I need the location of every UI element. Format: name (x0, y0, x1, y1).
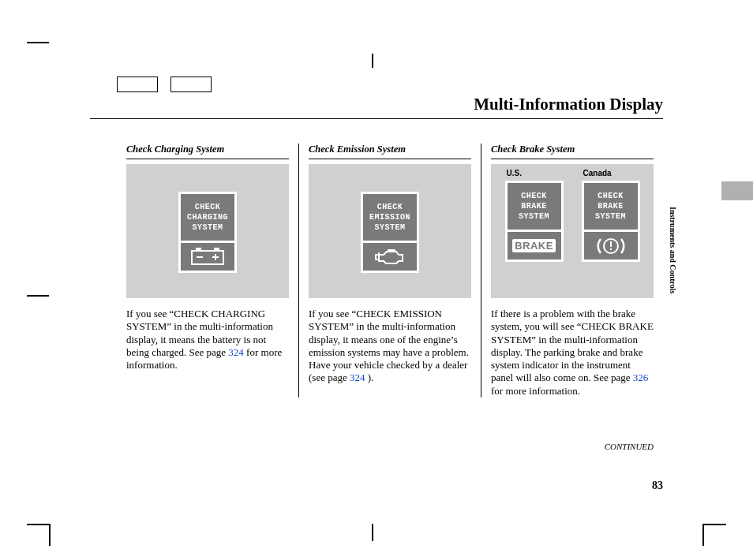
page-number: 83 (652, 480, 663, 492)
message-line: SYSTEM (182, 222, 233, 233)
body-text-post: ). (365, 371, 373, 383)
brake-warning-icon (582, 232, 640, 262)
engine-icon (361, 243, 419, 273)
brake-word-icon: BRAKE (505, 232, 564, 262)
svg-rect-8 (610, 248, 612, 250)
section-tab (721, 181, 753, 200)
message-line: BRAKE (586, 201, 636, 211)
placeholder-box (170, 77, 212, 92)
column-brake: Check Brake System U.S. CHECK BRAKE SYST… (481, 144, 663, 398)
body-text: If you see “CHECK EMISSION SYSTEM” in th… (309, 308, 471, 385)
message-line: CHECK (182, 202, 233, 212)
message-box: CHECK CHARGING SYSTEM (178, 192, 237, 243)
crop-mark (27, 295, 49, 297)
message-box: CHECK EMISSION SYSTEM (361, 192, 419, 243)
message-line: CHECK (586, 191, 636, 201)
svg-rect-2 (214, 248, 219, 251)
variant-label: Canada (582, 169, 612, 177)
body-text: If you see “CHECK CHARGING SYSTEM” in th… (126, 308, 289, 371)
svg-rect-7 (610, 241, 612, 247)
column-charging: Check Charging System CHECK CHARGING SYS… (117, 144, 298, 398)
crop-mark (27, 524, 49, 525)
variant-us: U.S. CHECK BRAKE SYSTEM BRAKE (505, 169, 564, 292)
svg-rect-5 (215, 254, 216, 260)
heading-rule (126, 159, 289, 159)
crop-mark (27, 42, 49, 43)
crop-mark (702, 524, 704, 546)
title-rule (90, 118, 663, 119)
variant-canada: Canada CHECK BRAKE SYSTEM (582, 169, 640, 292)
column-emission: Check Emission System CHECK EMISSION SYS… (298, 144, 481, 398)
crop-mark (372, 54, 373, 68)
battery-icon (178, 243, 237, 273)
brake-word: BRAKE (512, 239, 556, 252)
continued-label: CONTINUED (605, 442, 654, 451)
message-line: SYSTEM (586, 211, 636, 222)
crop-mark (49, 524, 51, 546)
message-line: BRAKE (509, 201, 560, 211)
content-columns: Check Charging System CHECK CHARGING SYS… (117, 144, 663, 398)
crop-mark (372, 524, 373, 541)
page-link[interactable]: 326 (633, 371, 649, 383)
page-title: Multi-Information Display (474, 95, 663, 114)
heading-rule (309, 159, 471, 159)
message-line: CHECK (509, 191, 560, 201)
placeholder-box (117, 77, 158, 92)
message-line: SYSTEM (365, 222, 415, 233)
column-heading: Check Emission System (309, 144, 471, 155)
body-text-post: for more information. (491, 385, 580, 397)
column-heading: Check Brake System (491, 144, 654, 155)
body-text-pre: If you see “CHECK EMISSION SYSTEM” in th… (309, 308, 469, 383)
display-graphic: CHECK EMISSION SYSTEM (309, 164, 471, 298)
column-heading: Check Charging System (126, 144, 289, 155)
message-line: SYSTEM (509, 211, 560, 222)
message-line: CHARGING (182, 212, 233, 222)
message-box: CHECK BRAKE SYSTEM (582, 181, 640, 232)
display-graphic: U.S. CHECK BRAKE SYSTEM BRAKE Canada CHE… (491, 164, 654, 298)
display-graphic: CHECK CHARGING SYSTEM (126, 164, 289, 298)
body-text-pre: If there is a problem with the brake sys… (491, 308, 654, 383)
message-box: CHECK BRAKE SYSTEM (505, 181, 564, 232)
message-line: CHECK (365, 202, 415, 212)
svg-rect-1 (196, 248, 201, 251)
crop-mark (704, 524, 726, 525)
body-text: If there is a problem with the brake sys… (491, 308, 654, 398)
message-line: EMISSION (365, 212, 415, 222)
svg-rect-3 (197, 256, 203, 258)
section-label: Instruments and Controls (669, 207, 677, 293)
page-link[interactable]: 324 (228, 346, 244, 358)
variant-label: U.S. (505, 169, 522, 177)
heading-rule (491, 159, 654, 159)
page-link[interactable]: 324 (350, 371, 365, 383)
